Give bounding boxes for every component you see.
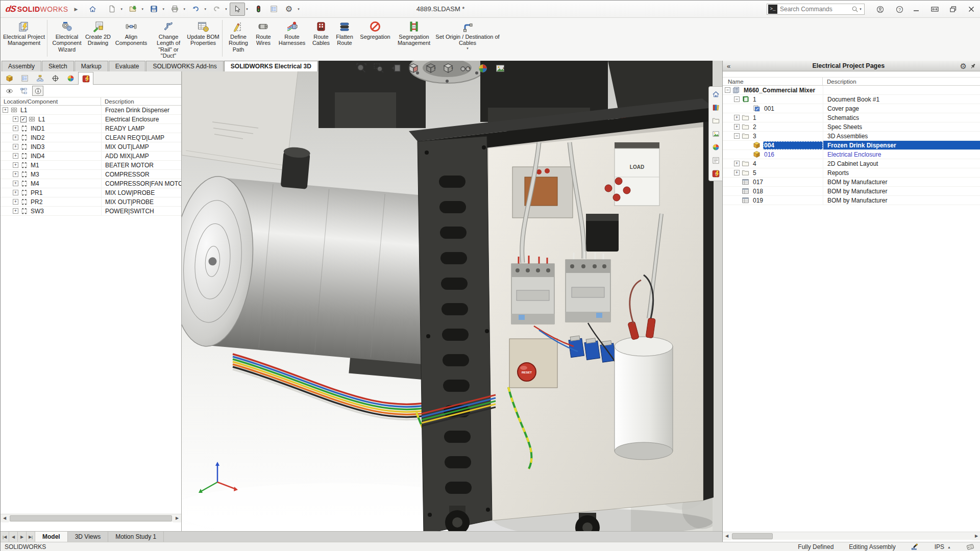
tree-row[interactable]: 001Cover page	[723, 104, 980, 113]
collapse-panel-icon[interactable]: «	[723, 62, 737, 70]
section-view-icon[interactable]	[407, 62, 420, 74]
tab-featuremanager[interactable]	[2, 71, 17, 84]
tab-markup[interactable]: Markup	[75, 61, 108, 71]
tab-evaluate[interactable]: Evaluate	[109, 61, 146, 71]
ribbon-button-route-cables[interactable]: Route Cables	[310, 18, 332, 61]
tab-model[interactable]: Model	[35, 532, 68, 542]
ribbon-button-flatten-route[interactable]: Flatten Route	[332, 18, 357, 61]
previous-view-icon[interactable]	[390, 62, 402, 74]
display-style-icon[interactable]: ▼	[442, 62, 454, 74]
menu-expand-icon[interactable]: ▶	[74, 7, 78, 12]
appearances-icon[interactable]	[710, 141, 721, 153]
zoom-area-icon[interactable]	[373, 62, 385, 74]
first-tab-icon[interactable]: |◀	[1, 532, 9, 542]
ribbon-button-electrical-project-management[interactable]: Electrical Project Management	[3, 18, 45, 61]
tree-row[interactable]: +PR1MIX LOW|PROBE	[1, 188, 181, 197]
ribbon-button-set-origin-destination[interactable]: Set Origin / Destination of Cables ▼	[434, 18, 501, 61]
options-dropdown-icon[interactable]: ▼	[297, 8, 300, 11]
tab-sketch[interactable]: Sketch	[42, 61, 74, 71]
tab-electricalmanager[interactable]	[78, 72, 93, 85]
ribbon-button-route-harnesses[interactable]: Route Harnesses	[274, 18, 310, 61]
ribbon-button-update-bom-properties[interactable]: Update BOM Properties	[186, 18, 220, 61]
tree-row[interactable]: +IND2CLEAN REQ'D|LAMP	[1, 133, 181, 142]
tree-row[interactable]: +5Reports	[723, 168, 980, 178]
electrical-task-icon[interactable]	[710, 168, 721, 179]
contactor-3d[interactable]	[566, 252, 610, 322]
options-button[interactable]: ⚙	[281, 3, 297, 16]
expand-icon[interactable]: +	[734, 124, 740, 130]
undo-button[interactable]	[188, 3, 203, 16]
expand-icon[interactable]: +	[3, 107, 8, 113]
tab-solidworks-electrical-3d[interactable]: SOLIDWORKS Electrical 3D	[224, 61, 318, 71]
tab-assembly[interactable]: Assembly	[2, 61, 41, 71]
column-description[interactable]: Description	[823, 79, 980, 85]
print-dropdown-icon[interactable]: ▼	[183, 8, 186, 11]
expand-icon[interactable]: +	[13, 190, 18, 195]
minimize-button[interactable]	[907, 2, 925, 17]
dropdown-icon[interactable]: ▼	[468, 67, 471, 70]
collapse-icon[interactable]: −	[734, 96, 740, 102]
select-tool-button[interactable]	[230, 3, 245, 16]
redo-button[interactable]	[209, 3, 224, 16]
right-panel-hscrollbar[interactable]: ◀ ▶	[723, 532, 980, 540]
unit-system-selector[interactable]: IPS▲	[935, 543, 951, 550]
display-tree-button[interactable]	[18, 86, 29, 96]
expand-icon[interactable]: +	[13, 208, 18, 214]
view-palette-icon[interactable]	[710, 128, 721, 139]
home-button[interactable]	[85, 3, 100, 16]
panel-settings-gear-icon[interactable]: ⚙	[960, 62, 967, 70]
view-orientation-icon[interactable]: ▼	[425, 62, 437, 74]
expand-icon[interactable]: +	[13, 162, 18, 168]
ribbon-button-segregation[interactable]: Segregation	[357, 18, 394, 61]
tree-row[interactable]: 016Electrical Enclosure	[723, 150, 980, 159]
expand-icon[interactable]: +	[13, 126, 18, 131]
home-tab-icon[interactable]	[710, 88, 721, 99]
expand-icon[interactable]: +	[734, 170, 740, 176]
tree-row[interactable]: −M660_Commercial Mixer	[723, 86, 980, 95]
close-button[interactable]	[962, 2, 980, 17]
tree-row[interactable]: +IND3MIX OUT|LAMP	[1, 142, 181, 152]
file-explorer-icon[interactable]	[710, 115, 721, 126]
search-icon[interactable]	[851, 6, 859, 13]
dropdown-icon[interactable]: ▼	[502, 67, 505, 70]
save-button[interactable]	[146, 3, 161, 16]
zoom-fit-icon[interactable]	[355, 62, 368, 74]
tab-solidworks-add-ins[interactable]: SOLIDWORKS Add-Ins	[146, 61, 223, 71]
tree-row[interactable]: +L1Frozen Drink Dispenser	[1, 106, 181, 115]
restore-button[interactable]	[944, 2, 962, 17]
tree-row[interactable]: +IND1READY LAMP	[1, 124, 181, 133]
dropdown-icon[interactable]: ▼	[433, 67, 436, 70]
open-dropdown-icon[interactable]: ▼	[141, 8, 144, 11]
tab-propertymanager[interactable]	[17, 71, 32, 84]
scroll-right-icon[interactable]: ▶	[173, 514, 181, 522]
dropdown-icon[interactable]: ▼	[451, 67, 454, 70]
info-button[interactable]	[32, 86, 43, 96]
ribbon-button-create-2d-drawing[interactable]: Create 2D Drawing	[85, 18, 111, 61]
expand-icon[interactable]: +	[734, 161, 740, 166]
search-input[interactable]	[780, 6, 851, 13]
select-dropdown-icon[interactable]: ▼	[246, 8, 249, 11]
new-dropdown-icon[interactable]: ▼	[120, 8, 123, 11]
scroll-left-icon[interactable]: ◀	[1, 514, 9, 522]
expand-icon[interactable]: +	[13, 135, 18, 140]
column-description[interactable]: Description	[101, 98, 181, 105]
tree-row[interactable]: +M4COMPRESSOR|FAN MOTOR	[1, 179, 181, 188]
search-dropdown-icon[interactable]: ▼	[859, 8, 862, 11]
tab-displaymanager[interactable]	[63, 71, 78, 84]
graphics-area[interactable]: LOAD	[182, 61, 722, 531]
ribbon-button-align-components[interactable]: Align Components	[111, 18, 151, 61]
tree-row[interactable]: +M3COMPRESSOR	[1, 170, 181, 179]
save-dropdown-icon[interactable]: ▼	[162, 8, 165, 11]
help-button[interactable]: ?	[893, 3, 906, 15]
ribbon-button-change-length[interactable]: Change Length of "Rail" or "Duct"	[151, 18, 186, 61]
tree-row[interactable]: 018BOM by Manufacturer	[723, 187, 980, 196]
column-name[interactable]: Name	[723, 78, 823, 85]
column-location-component[interactable]: Location/Component	[1, 97, 101, 105]
ribbon-button-electrical-component-wizard[interactable]: Electrical Component Wizard	[49, 18, 85, 61]
contactor-3d[interactable]	[511, 256, 554, 324]
hide-show-icon[interactable]: ▼	[459, 62, 472, 74]
tree-row[interactable]: +SW3POWER|SWITCH	[1, 207, 181, 216]
expand-icon[interactable]: +	[13, 199, 18, 205]
file-properties-button[interactable]	[266, 3, 281, 16]
expand-icon[interactable]: +	[734, 115, 740, 120]
